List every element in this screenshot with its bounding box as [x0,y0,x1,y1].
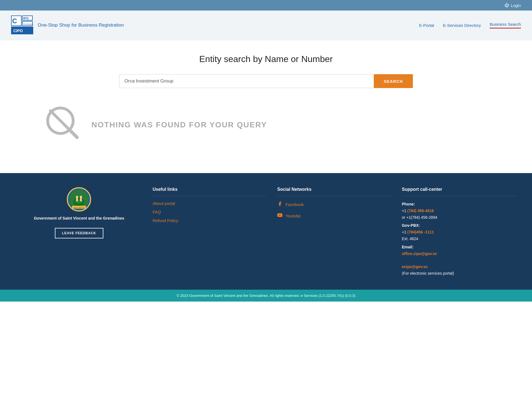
main-nav: E-Portal E-Services Directory Business S… [419,22,521,29]
copyright-text: © 2023 Government of Saint Vincent and t… [177,294,355,298]
gov-pbx-ext: Ext. 4624 [402,236,418,241]
useful-links-title: Useful links [153,187,266,192]
footer-link-about[interactable]: About portal [153,201,266,206]
footer: PAX ET JUSTITIA Government of Saint Vinc… [0,173,532,290]
svg-text:Commerce: Commerce [23,23,33,25]
no-results-icon [44,105,80,145]
footer-gov-name: Government of Saint Vincent and the Gren… [34,216,124,221]
search-button[interactable]: SEARCH [374,74,413,88]
svg-text:IPO: IPO [23,17,29,20]
nav-eservices[interactable]: E-Services Directory [443,23,481,28]
login-link[interactable]: ⏻ Login [505,3,521,8]
no-results: NOTHING WAS FOUND FOR YOUR QUERY [22,105,510,145]
email2-link[interactable]: ecipo@gov.vc [402,264,428,269]
svg-rect-23 [80,198,82,201]
search-bar: SEARCH [119,74,413,88]
search-input[interactable] [119,74,374,88]
footer-link-faq[interactable]: FAQ [153,210,266,214]
youtube-label: Youtube [285,213,301,218]
svg-line-13 [70,131,77,137]
search-title: Entity search by Name or Number [22,54,510,64]
svg-point-21 [80,196,82,198]
youtube-icon [277,212,283,219]
footer-links-col: Useful links About portal FAQ Refund Pol… [153,187,266,279]
svg-rect-22 [76,198,78,201]
login-icon: ⏻ [505,3,509,8]
footer-logo-col: PAX ET JUSTITIA Government of Saint Vinc… [17,187,142,279]
facebook-icon [277,201,283,208]
facebook-label: Facebook [285,202,304,207]
links-divider [153,196,266,196]
footer-link-refund[interactable]: Refund Policy [153,218,266,223]
facebook-link[interactable]: Facebook [277,201,391,208]
svg-text:CIPO: CIPO [13,29,23,33]
nav-business-search[interactable]: Business Search [490,22,521,29]
support-email: Email: office.cipo@gov.vc ecipo@gov.vc (… [402,244,515,277]
social-networks-title: Social Networks [277,187,391,192]
support-phone-label: Phone: +1 (784) 456-4516 or +1(784) 456-… [402,201,515,221]
tagline: One-Stop Shop for Business Registration [38,22,124,28]
phone1: (784) 456-4516 [407,209,434,213]
support-govpbx: Gov-PBX: +1 (784)456 -1111 Ext. 4624 [402,222,515,242]
svg-text:C: C [12,17,17,25]
support-title: Support call-center [402,187,515,192]
footer-support-col: Support call-center Phone: +1 (784) 456-… [402,187,515,279]
logo: C IPO Commerce CIPO [11,16,33,35]
nav-eportal[interactable]: E-Portal [419,23,434,28]
youtube-link[interactable]: Youtube [277,212,391,219]
footer-social-col: Social Networks Facebook Youtube [277,187,391,279]
header: C IPO Commerce CIPO One-Stop Shop for Bu… [0,11,532,40]
top-bar: ⏻ Login [0,0,532,11]
support-divider [402,196,515,196]
svg-text:PAX ET JUSTITIA: PAX ET JUSTITIA [73,207,85,208]
bottom-bar: © 2023 Government of Saint Vincent and t… [0,290,532,302]
feedback-button[interactable]: LEAVE FEEDBACK [55,228,103,238]
main-content: Entity search by Name or Number SEARCH N… [0,40,532,173]
login-label: Login [511,3,521,8]
no-results-text: NOTHING WAS FOUND FOR YOUR QUERY [91,120,267,129]
social-divider [277,196,391,196]
logo-area: C IPO Commerce CIPO One-Stop Shop for Bu… [11,16,124,35]
phone2: or +1(784) 456-2894 [402,215,437,220]
svg-point-20 [76,196,78,198]
email2-note: (For electronic services portal) [402,271,454,276]
svg-line-12 [50,111,70,131]
email1-link[interactable]: office.cipo@gov.vc [402,251,437,256]
gov-pbx-number: (784)456 -1111 [407,230,434,234]
